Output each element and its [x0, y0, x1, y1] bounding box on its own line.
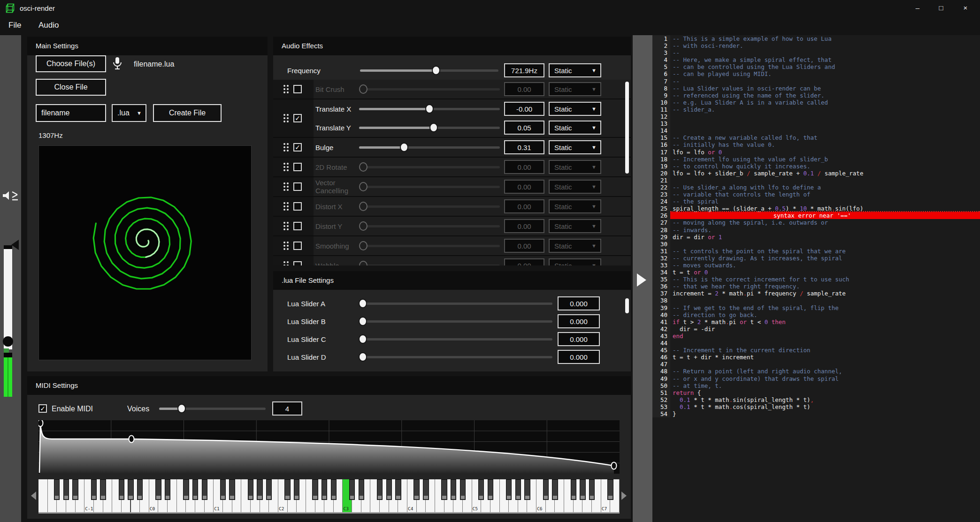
code-line[interactable]: 24-- the spiral: [652, 198, 980, 205]
syntax-error-line[interactable]: 26syntax error near '==': [652, 212, 980, 219]
piano-key-black[interactable]: [165, 479, 170, 500]
slider-track[interactable]: [359, 166, 500, 168]
piano-key-black[interactable]: [248, 479, 253, 500]
code-line[interactable]: 7--: [652, 78, 980, 85]
effect-checkbox[interactable]: ✓: [293, 114, 302, 122]
code-line[interactable]: 29dir = dir or 1: [652, 234, 980, 241]
code-line[interactable]: 52 0.1 * t * math.sin(spiral_length * t)…: [652, 396, 980, 403]
slider-track[interactable]: [359, 88, 500, 91]
slider-track[interactable]: [359, 245, 500, 247]
effect-value[interactable]: 0.00: [504, 219, 544, 233]
piano-key-black[interactable]: [607, 479, 613, 500]
slider-thumb[interactable]: [432, 66, 440, 75]
minimize-icon[interactable]: –: [910, 2, 926, 14]
piano-key-black[interactable]: [589, 479, 595, 500]
piano-key-black[interactable]: [395, 479, 401, 500]
code-line[interactable]: 23-- variable that controls the length o…: [652, 191, 980, 198]
effect-mode-select[interactable]: Static▼: [549, 140, 601, 154]
code-line[interactable]: 6-- can be played using MIDI.: [652, 70, 980, 77]
code-line[interactable]: 9-- referenced using the name of the sli…: [652, 92, 980, 99]
code-line[interactable]: 13: [652, 120, 980, 127]
code-line[interactable]: 48-- Return a point (left and right audi…: [652, 368, 980, 375]
volume-slider-handle[interactable]: [11, 240, 19, 250]
slider-track[interactable]: [359, 303, 552, 305]
piano-key-black[interactable]: [257, 479, 262, 500]
code-line[interactable]: 34t = t or 0: [652, 269, 980, 276]
piano-key-black[interactable]: [524, 479, 530, 500]
code-line[interactable]: 35-- This is the correct increment for t…: [652, 276, 980, 283]
slider-track[interactable]: [359, 186, 500, 188]
drag-handle-icon[interactable]: [283, 85, 289, 93]
slider-thumb[interactable]: [359, 261, 368, 265]
piano-key-black[interactable]: [349, 479, 355, 500]
code-line[interactable]: 36-- that we hear the right frequency.: [652, 283, 980, 290]
effect-value[interactable]: 0.00: [504, 82, 544, 96]
piano-key-black[interactable]: [506, 479, 512, 500]
piano-key-black[interactable]: [543, 479, 549, 500]
slider-thumb[interactable]: [359, 221, 368, 231]
piano-key-black[interactable]: [359, 479, 364, 500]
code-line[interactable]: 31-- t controls the point on the spiral …: [652, 248, 980, 255]
effect-value[interactable]: 0.05: [504, 121, 544, 135]
slider-track[interactable]: [359, 356, 552, 358]
effect-slider[interactable]: [359, 182, 500, 191]
piano-key-black[interactable]: [423, 479, 429, 500]
effect-value[interactable]: -0.00: [504, 102, 544, 116]
piano-key-black[interactable]: [451, 479, 456, 500]
code-line[interactable]: 3--: [652, 49, 980, 56]
code-line[interactable]: 27-- moving along the spiral, i.e. outwa…: [652, 219, 980, 226]
effect-slider[interactable]: [359, 202, 500, 211]
piano-key-black[interactable]: [137, 479, 143, 500]
code-line[interactable]: 25spiral_length == (slider_a + 0.5) * 10…: [652, 205, 980, 212]
piano-key-black[interactable]: [54, 479, 60, 500]
code-line[interactable]: 39-- If we get to the end of the spiral,…: [652, 304, 980, 311]
effect-mode-select[interactable]: Static▼: [549, 239, 601, 253]
piano-key-black[interactable]: [377, 479, 383, 500]
effect-checkbox[interactable]: [293, 222, 302, 230]
effect-mode-select[interactable]: Static▼: [549, 82, 601, 96]
code-line[interactable]: 40-- direction to go back.: [652, 311, 980, 318]
piano-key-black[interactable]: [294, 479, 299, 500]
lua-slider[interactable]: [359, 352, 552, 362]
piano-key-black[interactable]: [488, 479, 493, 500]
effect-slider[interactable]: [359, 221, 500, 231]
effect-slider[interactable]: [359, 84, 500, 94]
code-line[interactable]: 49-- or x and y coordinate) that draws t…: [652, 375, 980, 382]
piano-key-black[interactable]: [460, 479, 466, 500]
voices-slider[interactable]: [159, 404, 266, 413]
effect-slider[interactable]: [359, 123, 500, 132]
effect-checkbox[interactable]: [293, 182, 302, 191]
volume-slider-thumb[interactable]: [3, 336, 13, 347]
enable-midi-checkbox[interactable]: ✓: [38, 404, 47, 413]
drag-handle-icon[interactable]: [283, 182, 289, 191]
piano-key-black[interactable]: [72, 479, 78, 500]
code-line[interactable]: 43end: [652, 333, 980, 340]
lua-code-editor[interactable]: 1-- This is a simple example of how to u…: [652, 35, 980, 522]
voices-value[interactable]: 4: [272, 401, 302, 416]
effect-mode-select[interactable]: Static▼: [549, 180, 601, 194]
code-line[interactable]: 10-- e.g. Lua Slider A is in a variable …: [652, 99, 980, 106]
maximize-icon[interactable]: □: [933, 2, 949, 14]
piano-key-black[interactable]: [192, 479, 198, 500]
keyboard-scroll-left-icon[interactable]: [31, 492, 36, 500]
code-line[interactable]: 53 0.1 * t * math.cos(spiral_length * t): [652, 403, 980, 410]
piano-key-black[interactable]: [91, 479, 97, 500]
effect-mode-select[interactable]: Static▼: [549, 102, 601, 116]
code-line[interactable]: 15-- Create a new variable called lfo, t…: [652, 134, 980, 141]
menu-file[interactable]: File: [5, 20, 25, 31]
code-line[interactable]: 14: [652, 127, 980, 134]
slider-thumb[interactable]: [400, 143, 408, 152]
code-line[interactable]: 37increment = 2 * math.pi * frequency / …: [652, 290, 980, 297]
effect-value[interactable]: 0.00: [504, 180, 544, 194]
slider-thumb[interactable]: [359, 202, 368, 211]
piano-key-black[interactable]: [128, 479, 133, 500]
piano-key-black[interactable]: [155, 479, 161, 500]
slider-thumb[interactable]: [425, 104, 434, 113]
effect-checkbox[interactable]: [293, 202, 302, 211]
slider-thumb[interactable]: [359, 299, 367, 308]
code-line[interactable]: 11-- slider_a.: [652, 106, 980, 113]
slider-track[interactable]: [359, 338, 552, 340]
effect-mode-select[interactable]: Static▼: [549, 121, 601, 135]
filename-input[interactable]: filename: [36, 104, 106, 122]
effect-checkbox[interactable]: [293, 242, 302, 250]
